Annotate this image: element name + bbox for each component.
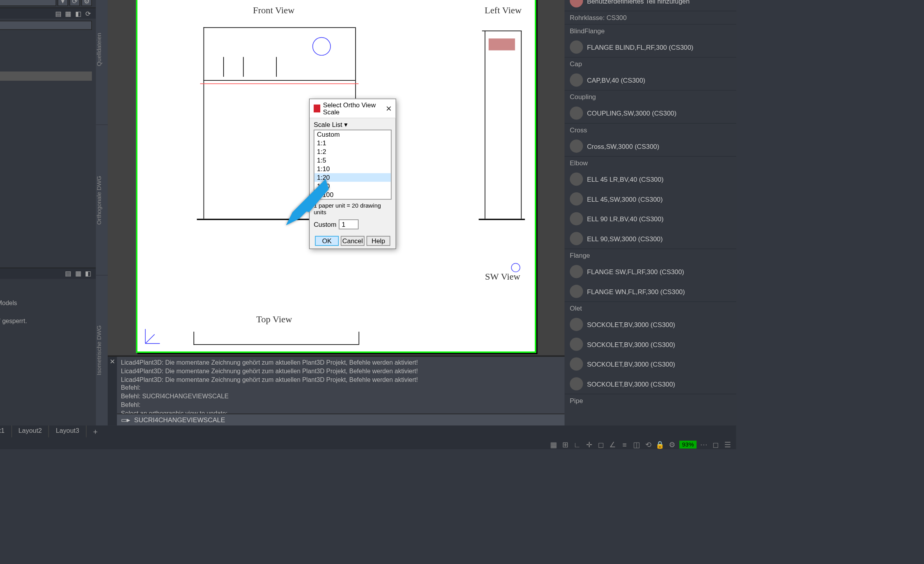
scale-list-label: Scale List ▾: [314, 121, 392, 128]
tree-icon-1[interactable]: ▤: [54, 9, 62, 17]
scale-info: 1 paper unit = 20 drawing units: [314, 200, 392, 218]
ok-button[interactable]: OK: [315, 236, 339, 246]
scale-option[interactable]: 1:1: [314, 139, 391, 148]
part-icon: [570, 192, 583, 206]
status-more-icon[interactable]: ⋯: [699, 440, 709, 449]
otrack-icon[interactable]: ∠: [608, 440, 617, 449]
palette-category: Cross: [565, 123, 736, 136]
project-refresh-icon[interactable]: ⟳: [69, 0, 80, 6]
pipe-class-label: Rohrklasse: CS300: [565, 11, 736, 24]
part-icon: [570, 107, 583, 120]
palette-item[interactable]: SOCKOLET,BV,3000 (CS300): [565, 334, 736, 354]
cancel-button[interactable]: Cancel: [341, 236, 365, 246]
project-combo[interactable]: [0, 0, 56, 6]
ortho-icon[interactable]: ∟: [572, 440, 582, 449]
front-view-label: Front View: [253, 5, 294, 16]
dialog-title: Select Ortho View Scale: [323, 101, 383, 116]
tree-icon-4[interactable]: ⟳: [84, 9, 92, 17]
scale-option[interactable]: 1:5: [314, 156, 391, 164]
palette-item[interactable]: Cross,SW,3000 (CS300): [565, 136, 736, 156]
tree-search-input[interactable]: [0, 21, 92, 30]
zoom-value[interactable]: 93%: [679, 441, 697, 448]
part-icon: [570, 212, 583, 226]
part-icon: [570, 338, 583, 351]
palette-item[interactable]: SOCKOLET,BV,3000 (CS300): [565, 354, 736, 374]
tree-node[interactable]: siFramo_Typicals_StützeF80: [0, 81, 92, 90]
side-tab[interactable]: Quelldateien: [96, 0, 108, 124]
command-close-icon[interactable]: ✕: [108, 357, 117, 425]
layout-add-button[interactable]: ＋: [87, 425, 105, 437]
tree-node[interactable]: +P&ID-Zeichnungen: [0, 44, 92, 53]
palette-item[interactable]: SOCKOLET,BV,3000 (CS300): [565, 315, 736, 334]
palette-item[interactable]: CAP,BV,40 (CS300): [565, 70, 736, 90]
tree-node[interactable]: Typicals_140: [0, 90, 92, 99]
help-button[interactable]: Help: [366, 236, 390, 246]
tree-icon-2[interactable]: ▦: [64, 9, 72, 17]
add-custom-part[interactable]: Benutzerdefiniertes Teil hinzufügen: [565, 0, 736, 11]
scale-option[interactable]: Custom: [314, 130, 391, 139]
palette-category: Cap: [565, 57, 736, 70]
scale-option[interactable]: 1:2: [314, 147, 391, 156]
palette-item[interactable]: ELL 45 LR,BV,40 (CS300): [565, 169, 736, 189]
osnap-icon[interactable]: ◻: [596, 440, 606, 449]
palette-item[interactable]: FLANGE SW,FL,RF,300 (CS300): [565, 262, 736, 282]
side-tab[interactable]: Orthogonale DWG: [96, 124, 108, 275]
tree-node[interactable]: Demo: [0, 62, 92, 72]
scale-option[interactable]: 1:20: [314, 173, 391, 182]
palette-item[interactable]: FLANGE BLIND,FL,RF,300 (CS300): [565, 37, 736, 57]
dialog-close-icon[interactable]: ✕: [386, 104, 392, 113]
clean-screen-icon[interactable]: ◻: [711, 440, 720, 449]
command-prompt-icon: ▭▸: [121, 416, 130, 424]
cycling-icon[interactable]: ⟲: [644, 440, 653, 449]
details-icon-3[interactable]: ◧: [84, 269, 92, 277]
tree-node[interactable]: +Zugehörige Dateien: [0, 108, 92, 118]
scale-option[interactable]: 1:10: [314, 164, 391, 173]
command-log: Licad4Plant3D: Die momentane Zeichnung g…: [117, 357, 565, 414]
transparency-icon[interactable]: ◫: [632, 440, 641, 449]
layout-tab[interactable]: Layout2: [12, 425, 49, 437]
custom-scale-input[interactable]: [339, 219, 359, 229]
tree-node[interactable]: −SuCri_Installation: [0, 34, 92, 44]
combo-dropdown-icon[interactable]: ▾: [58, 0, 68, 6]
tree-node[interactable]: −Plant 3D-Zeichnungen: [0, 53, 92, 62]
palette-item[interactable]: ELL 45,SW,3000 (CS300): [565, 189, 736, 209]
snap-icon[interactable]: ⊞: [561, 440, 570, 449]
project-settings-icon[interactable]: ⚙: [81, 0, 92, 6]
tree-icon-3[interactable]: ◧: [74, 9, 82, 17]
layout-tab[interactable]: Layout3: [49, 425, 87, 437]
scale-list[interactable]: Custom1:11:21:51:101:201:501:100: [314, 130, 392, 200]
layout-tab[interactable]: Layout1: [0, 425, 12, 437]
drawing-sheet: 123456 Front View Left View Top View SW …: [136, 0, 536, 353]
customize-icon[interactable]: ☰: [723, 440, 732, 449]
polar-icon[interactable]: ✛: [584, 440, 594, 449]
gear-icon[interactable]: ⚙: [668, 440, 677, 449]
part-icon: [570, 74, 583, 87]
palette-item[interactable]: COUPLING,SW,3000 (CS300): [565, 103, 736, 123]
part-icon: [570, 40, 583, 54]
tree-node[interactable]: Demo2: [0, 72, 92, 81]
part-icon: [570, 172, 583, 186]
details-icon-2[interactable]: ▦: [74, 269, 82, 277]
scale-option[interactable]: 1:100: [314, 190, 391, 199]
annoscale-icon[interactable]: 🔒: [655, 440, 665, 449]
lineweight-icon[interactable]: ≡: [620, 440, 629, 449]
palette-item[interactable]: FLANGE WN,FL,RF,300 (CS300): [565, 282, 736, 302]
part-icon: [570, 232, 583, 245]
part-icon: [570, 139, 583, 153]
layout-tabs: ☰ ModellSchriftfeldA2-INTEGADESIGNLayout…: [0, 425, 736, 437]
sw-view-label: SW View: [485, 271, 520, 282]
paper-space[interactable]: 123456 Front View Left View Top View SW …: [108, 0, 565, 356]
grid-icon[interactable]: ▦: [549, 440, 558, 449]
part-icon: [570, 285, 583, 298]
palette-item[interactable]: SOCKOLET,BV,3000 (CS300): [565, 374, 736, 394]
drawing-area: QuelldateienOrthogonale DWGIsometrische …: [96, 0, 565, 425]
details-icon-1[interactable]: ▤: [64, 269, 72, 277]
scale-option[interactable]: 1:50: [314, 182, 391, 190]
side-tab[interactable]: Isometrische DWG: [96, 275, 108, 425]
palette-category: Elbow: [565, 156, 736, 169]
command-line[interactable]: ▭▸ SUCRI4CHANGEVIEWSCALE: [117, 414, 565, 425]
tool-palette: WERKZEUGPALETTEN - AUTOCAD PLANT 3D - RO…: [565, 0, 736, 425]
palette-item[interactable]: ELL 90,SW,3000 (CS300): [565, 229, 736, 249]
palette-item[interactable]: ELL 90 LR,BV,40 (CS300): [565, 209, 736, 229]
tree-node[interactable]: +Rohrklassen: [0, 99, 92, 108]
